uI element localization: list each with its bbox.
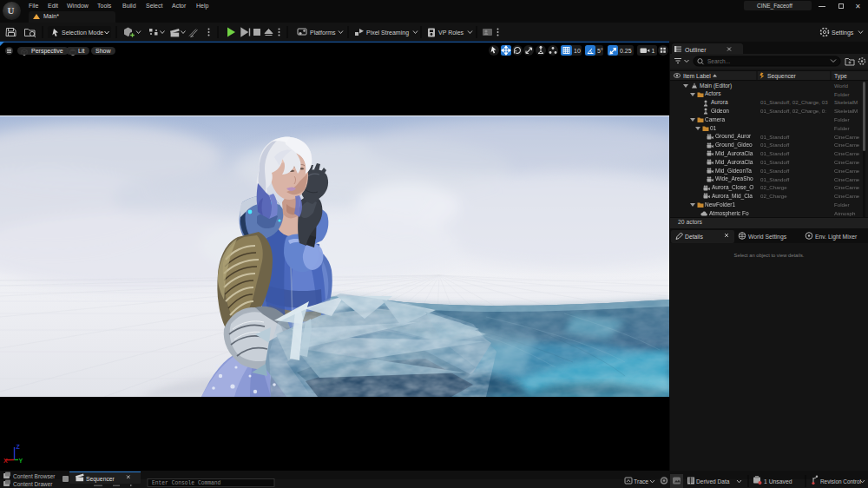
svg-text:Outliner: Outliner (685, 47, 707, 53)
svg-text:Z: Z (16, 444, 21, 450)
svg-text:Selection Mode: Selection Mode (62, 30, 103, 36)
svg-text:0.25: 0.25 (620, 48, 632, 54)
svg-text:1: 1 (652, 48, 655, 54)
svg-text:Env. Light Mixer: Env. Light Mixer (815, 234, 858, 241)
svg-text:Pixel Streaming: Pixel Streaming (366, 30, 409, 36)
svg-text:Settings: Settings (832, 30, 854, 36)
svg-text:Y: Y (19, 458, 23, 464)
svg-text:10: 10 (574, 48, 581, 54)
svg-text:Item Label: Item Label (683, 73, 711, 79)
svg-text:VP Roles: VP Roles (438, 30, 464, 36)
svg-text:5°: 5° (597, 48, 603, 54)
svg-text:Enter Console Command: Enter Console Command (152, 480, 221, 486)
svg-text:World Settings: World Settings (748, 234, 787, 241)
svg-text:Content Browser: Content Browser (13, 473, 56, 479)
svg-text:Sequencer: Sequencer (767, 73, 797, 80)
svg-text:X: X (3, 458, 8, 464)
svg-text:Sequencer: Sequencer (86, 476, 115, 483)
svg-text:1 Unsaved: 1 Unsaved (764, 478, 792, 485)
svg-text:Details: Details (685, 234, 703, 240)
svg-text:Content Drawer: Content Drawer (13, 481, 53, 487)
svg-text:Platforms: Platforms (310, 30, 336, 36)
svg-text:Revision Control: Revision Control (820, 478, 861, 485)
svg-text:Type: Type (834, 73, 847, 80)
svg-text:Trace: Trace (634, 478, 648, 485)
svg-text:Search...: Search... (707, 58, 730, 64)
svg-text:Derived Data: Derived Data (696, 478, 730, 485)
